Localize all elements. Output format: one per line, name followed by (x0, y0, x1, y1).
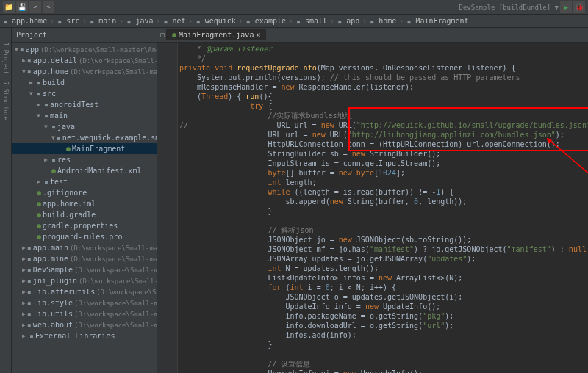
code-line[interactable]: info.packageName = o.getString("pkg"); (179, 311, 588, 321)
tree-row[interactable]: ▼▪ app.home (D:\workspace\Small-master\A… (12, 66, 157, 77)
tree-row[interactable]: ▶▪ jni_plugin (D:\workspace\Small-master… (12, 275, 157, 286)
project-tree: Project ▼▪ app (D:\workspace\Small-maste… (12, 28, 157, 373)
tree-row[interactable]: ▶▪ lib.utils (D:\workspace\Small-master\… (12, 308, 157, 319)
tree-row[interactable]: ▶▪ app.detail (D:\workspace\Small-master… (12, 55, 157, 66)
tree-row[interactable]: ▶▪ build (12, 77, 157, 88)
code-line[interactable]: info.downloadUrl = o.getString("url"); (179, 321, 588, 330)
code-line[interactable]: infos.add(info); (179, 330, 588, 340)
tree-row[interactable]: ● MainFragment (12, 143, 157, 154)
redo-icon[interactable]: ↷ (43, 1, 54, 13)
tree-row[interactable]: ● AndroidManifest.xml (12, 165, 157, 176)
breadcrumb-item[interactable]: ▪src (57, 17, 79, 25)
code-line[interactable]: while ((length = is.read(buffer)) != -1)… (179, 187, 588, 197)
close-icon[interactable]: × (256, 31, 260, 39)
tree-row[interactable]: ● app.home.iml (12, 198, 157, 209)
code-line[interactable]: // 设置信息 (179, 359, 588, 369)
svg-line-0 (547, 138, 588, 200)
tree-title: Project (16, 31, 47, 39)
breadcrumb-item[interactable]: ▪app (337, 17, 359, 25)
gutter (157, 43, 178, 373)
code-line[interactable]: private void requestUpgradeInfo(Map vers… (179, 63, 588, 73)
tree-row[interactable]: ● gradle.properties (12, 220, 157, 231)
code-line[interactable]: JSONObject jo = new JSONObject(sb.toStri… (179, 235, 588, 245)
code-line[interactable]: for (int i = 0; i < N; i++) { (179, 283, 588, 292)
code-line[interactable]: int length; (179, 178, 588, 187)
tree-row[interactable]: ▼▪ src (12, 88, 157, 99)
code-line[interactable]: // 解析json (179, 225, 588, 235)
svg-marker-1 (547, 138, 553, 144)
tree-row[interactable]: ▶▪ androidTest (12, 99, 157, 110)
code-line[interactable]: UpdateInfo info = new UpdateInfo(); (179, 302, 588, 311)
breadcrumb: ▪app.home›▪src›▪main›▪java›▪net›▪wequick… (0, 15, 588, 28)
tab-mainfragment[interactable]: ●MainFragment.java× (166, 29, 266, 40)
code-line[interactable]: List<UpdateInfo> infos = new ArrayList<>… (179, 273, 588, 283)
code-line[interactable]: (Thread) { run(){ (179, 92, 588, 101)
code-area[interactable]: * @param listener */private void request… (157, 43, 588, 373)
tree-row[interactable]: ▼▪ net.wequick.example.small.app.ho (12, 132, 157, 143)
breadcrumb-item[interactable]: ▪net (164, 17, 186, 25)
tree-row[interactable]: ▶▪ lib.style (D:\workspace\Small-master\… (12, 297, 157, 308)
tree-row[interactable]: ● build.gradle (12, 209, 157, 220)
left-tool-tabs: 1:Project 7:Structure (0, 28, 12, 373)
run-icon[interactable]: ▶ (560, 1, 572, 13)
code-line[interactable]: } (179, 206, 588, 216)
structure-tab[interactable]: 7:Structure (2, 82, 9, 120)
code-line[interactable] (179, 216, 588, 225)
breadcrumb-item[interactable]: ▪small (296, 17, 327, 25)
code-line[interactable]: System.out.println(versions); // this sh… (179, 73, 588, 82)
tree-row[interactable]: ● proguard-rules.pro (12, 231, 157, 242)
code-line[interactable]: int N = updates.length(); (179, 264, 588, 273)
editor-pane: ⊡ ●MainFragment.java× * @param listener … (157, 28, 588, 373)
tree-row[interactable]: ▼▪ main (12, 110, 157, 121)
tree-row[interactable]: ▶▪ test (12, 176, 157, 187)
main-toolbar: 📁 💾 ↶ ↷ DevSample [buildBundle] ▼ ▶ 🐞 (0, 0, 588, 15)
tree-row[interactable]: ▶▪ External Libraries (12, 330, 157, 341)
code-line[interactable]: } (179, 340, 588, 350)
breadcrumb-item[interactable]: ▪example (246, 17, 286, 25)
breadcrumb-item[interactable]: ▪wequick (196, 17, 236, 25)
project-tab[interactable]: 1:Project (2, 43, 9, 74)
config-label: DevSample [buildBundle] ▼ (459, 4, 559, 11)
code-line[interactable]: JSONObject o = updates.getJSONObject(i); (179, 292, 588, 302)
code-line[interactable]: * @param listener (179, 44, 588, 54)
code-line[interactable]: byte[] buffer = new byte[1024]; (179, 168, 588, 178)
breadcrumb-item[interactable]: ▪MainFragment (406, 17, 468, 25)
tree-row[interactable]: ● .gitignore (12, 187, 157, 198)
breadcrumb-item[interactable]: ▪java (126, 17, 153, 25)
tree-row[interactable]: ▶▪ lib.afterutils (D:\workspace\Small-ma… (12, 286, 157, 297)
tree-row[interactable]: ▼▪ app (D:\workspace\Small-master\Androi… (12, 44, 157, 55)
tree-row[interactable]: ▶▪ app.mine (D:\workspace\Small-master\A… (12, 253, 157, 264)
code-line[interactable]: mResponseHandler = new ResponseHandler(l… (179, 82, 588, 92)
debug-icon[interactable]: 🐞 (573, 1, 585, 13)
code-line[interactable]: JSONObject mf = jo.has("manifest") ? jo.… (179, 245, 588, 254)
tree-row[interactable]: ▶▪ res (12, 154, 157, 165)
code-line[interactable]: UpgradeInfo ui = new UpgradeInfo(); (179, 369, 588, 373)
breadcrumb-item[interactable]: ▪app.home (3, 17, 47, 25)
code-line[interactable]: */ (179, 54, 588, 63)
editor-tabs: ⊡ ●MainFragment.java× (157, 28, 588, 43)
code-line[interactable] (179, 350, 588, 359)
breadcrumb-item[interactable]: ▪main (90, 17, 116, 25)
save-icon[interactable]: 💾 (16, 1, 28, 13)
tree-row[interactable]: ▶▪ DevSample (D:\workspace\Small-master\… (12, 264, 157, 275)
open-icon[interactable]: 📁 (3, 1, 15, 13)
tree-row[interactable]: ▶▪ app.main (D:\workspace\Small-master\A… (12, 242, 157, 253)
code-line[interactable]: InputStream is = conn.getInputStream(); (179, 159, 588, 168)
tree-row[interactable]: ▼▪ java (12, 121, 157, 132)
tree-row[interactable]: ▶▪ web.about (D:\workspace\Small-master\… (12, 319, 157, 330)
code-line[interactable]: JSONArray updates = jo.getJSONArray("upd… (179, 254, 588, 264)
undo-icon[interactable]: ↶ (29, 1, 41, 13)
arrow-annotation (547, 138, 588, 211)
breadcrumb-item[interactable]: ▪home (370, 17, 396, 25)
code-line[interactable]: sb.append(new String(buffer, 0, length))… (179, 197, 588, 206)
